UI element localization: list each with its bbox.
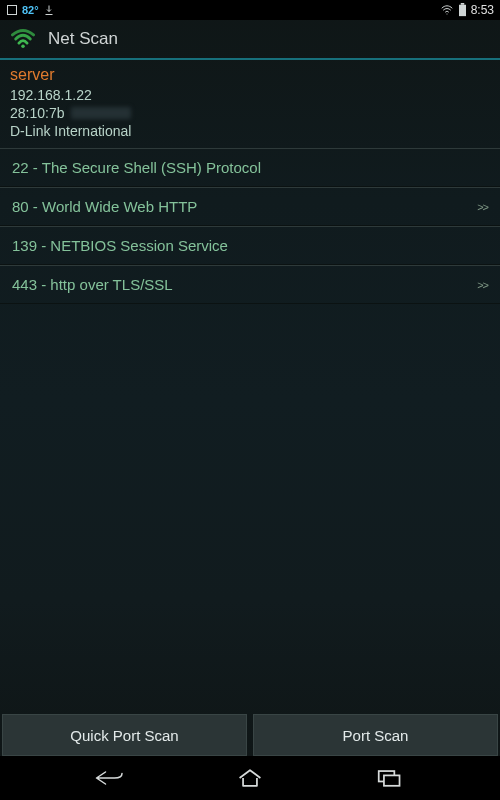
battery-icon <box>458 3 467 17</box>
chevron-right-icon: >> <box>477 201 488 213</box>
port-item[interactable]: 80 - World Wide Web HTTP >> <box>0 187 500 226</box>
port-item[interactable]: 443 - http over TLS/SSL >> <box>0 265 500 304</box>
server-mac: 28:10:7b <box>10 104 490 122</box>
port-item[interactable]: 139 - NETBIOS Session Service <box>0 226 500 265</box>
status-right: 8:53 <box>440 3 494 17</box>
action-buttons: Quick Port Scan Port Scan <box>0 712 500 756</box>
clock: 8:53 <box>471 3 494 17</box>
temperature-indicator: 82° <box>22 4 39 16</box>
port-label: 139 - NETBIOS Session Service <box>12 237 228 254</box>
port-label: 80 - World Wide Web HTTP <box>12 198 197 215</box>
screenshot-icon <box>6 4 18 16</box>
chevron-right-icon: >> <box>477 279 488 291</box>
server-ip: 192.168.1.22 <box>10 86 490 104</box>
server-mac-redacted <box>71 107 131 119</box>
nav-home-button[interactable] <box>220 763 280 793</box>
svg-rect-5 <box>384 775 400 785</box>
android-navbar <box>0 756 500 800</box>
server-vendor: D-Link International <box>10 122 490 140</box>
status-bar: 82° 8:53 <box>0 0 500 20</box>
nav-recent-button[interactable] <box>360 763 420 793</box>
wifi-icon <box>440 4 454 16</box>
device-screen: 82° 8:53 Net Scan serv <box>0 0 500 800</box>
svg-point-3 <box>21 45 25 49</box>
app-title: Net Scan <box>48 29 118 49</box>
server-name: server <box>10 66 490 84</box>
server-info: server 192.168.1.22 28:10:7b D-Link Inte… <box>0 60 500 149</box>
app-bar: Net Scan <box>0 20 500 60</box>
port-list: 22 - The Secure Shell (SSH) Protocol 80 … <box>0 149 500 712</box>
port-label: 443 - http over TLS/SSL <box>12 276 173 293</box>
port-item[interactable]: 22 - The Secure Shell (SSH) Protocol <box>0 149 500 187</box>
server-mac-prefix: 28:10:7b <box>10 104 65 122</box>
svg-rect-1 <box>459 5 466 16</box>
nav-back-button[interactable] <box>80 763 140 793</box>
wifi-app-icon <box>10 28 36 50</box>
port-label: 22 - The Secure Shell (SSH) Protocol <box>12 159 261 176</box>
download-icon <box>43 4 55 16</box>
quick-port-scan-button[interactable]: Quick Port Scan <box>2 714 247 756</box>
port-scan-button[interactable]: Port Scan <box>253 714 498 756</box>
svg-rect-2 <box>460 3 464 5</box>
svg-rect-0 <box>8 6 17 15</box>
status-left: 82° <box>6 4 55 16</box>
